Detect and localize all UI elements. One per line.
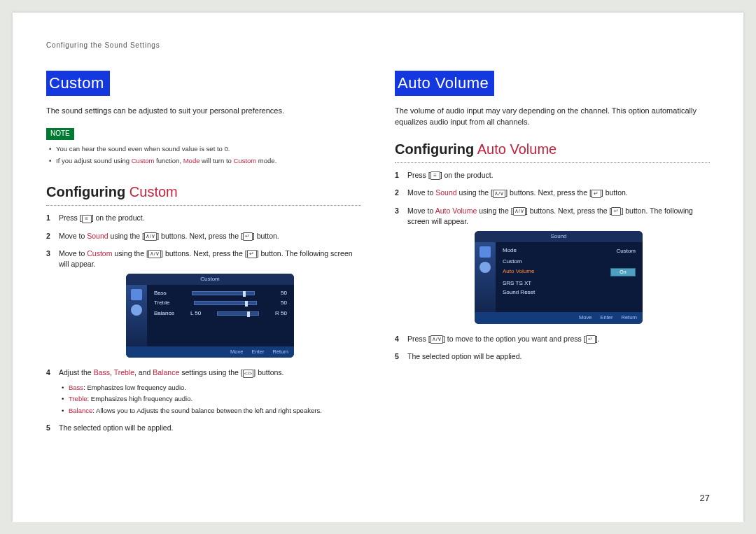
subheading-configuring-custom: Configuring Custom (46, 182, 361, 202)
step: Press [≡] on the product. (395, 170, 710, 181)
bullet-list: Bass: Emphasizes low frequency audio. Tr… (62, 383, 361, 416)
osd-value: 50 (281, 299, 287, 307)
text-highlight: Custom (234, 157, 257, 164)
osd-content: ModeCustom Custom Auto VolumeOn SRS TS X… (496, 242, 643, 312)
osd-label: Sound Reset (503, 288, 636, 297)
menu-icon: ≡ (82, 215, 92, 223)
text-highlight: Treble (114, 368, 134, 377)
step: Move to Custom using the [∧/∨] buttons. … (46, 248, 361, 358)
text-highlight: Custom (132, 157, 155, 164)
osd-label: Mode (503, 246, 517, 255)
updown-icon: ∧/∨ (148, 250, 161, 258)
osd-icon (479, 262, 491, 273)
step: Move to Auto Volume using the [∧/∨] butt… (395, 206, 710, 324)
bullet: Bass: Emphasizes low frequency audio. (62, 383, 361, 393)
updown-icon: ∧/∨ (144, 232, 157, 241)
step: The selected option will be applied. (395, 351, 710, 362)
text-highlight: Treble (69, 395, 88, 402)
osd-label: SRS TS XT (503, 279, 636, 288)
text-highlight: Bass (69, 384, 83, 391)
text: : Emphasizes high frequency audio. (88, 395, 193, 402)
osd-footer-item: Enter (251, 349, 264, 355)
note-item: You can hear the sound even when sound v… (49, 144, 361, 154)
step: The selected option will be applied. (46, 423, 361, 433)
osd-value-selected: On (610, 268, 636, 276)
enter-icon: ↵ (592, 190, 601, 198)
osd-footer-item: Enter (600, 314, 612, 321)
osd-sidebar (126, 285, 147, 346)
osd-label: Balance (154, 309, 174, 318)
osd-footer-item: Return (272, 349, 288, 355)
step: Move to Sound using the [∧/∨] buttons. N… (46, 231, 361, 241)
text: Configuring (46, 184, 125, 199)
text-highlight: Auto Volume (435, 206, 477, 215)
text: ] buttons. (253, 368, 284, 377)
note-item: If you adjust sound using Custom functio… (49, 156, 361, 166)
text: : Allows you to Adjusts the sound balanc… (92, 407, 321, 414)
enter-icon: ↵ (611, 207, 621, 216)
osd-value: L 50 (190, 309, 201, 318)
text: Move to (407, 206, 435, 215)
text: ] on the product. (92, 213, 145, 222)
text: ] buttons. Next, press the [ (161, 249, 247, 258)
osd-title: Custom (126, 274, 294, 285)
text: Press [ (59, 213, 82, 222)
step: Press [≡] on the product. (46, 213, 361, 223)
osd-footer: Move Enter Return (475, 312, 643, 324)
text: ] to move to the option you want and pre… (443, 335, 586, 343)
step: Move to Sound using the [∧/∨] buttons. N… (395, 188, 710, 198)
text-highlight: Sound (87, 232, 108, 240)
divider (395, 162, 710, 163)
osd-value: Custom (616, 247, 636, 255)
text: Press [ (407, 171, 430, 179)
text: ] buttons. Next, press the [ (505, 188, 592, 197)
intro-text: The sound settings can be adjusted to su… (46, 106, 361, 117)
updown-icon: ∧/∨ (430, 335, 443, 344)
updown-icon: ∧/∨ (513, 207, 526, 216)
text: using the [ (457, 188, 493, 197)
osd-footer-item: Return (621, 314, 637, 321)
text: : Emphasizes low frequency audio. (83, 384, 186, 391)
osd-screenshot-custom: Custom Bass50 Treble50 BalanceL 50R 50 (126, 274, 294, 358)
menu-icon: ≡ (430, 171, 440, 180)
step: Press [∧/∨] to move to the option you wa… (395, 334, 710, 344)
osd-icon (479, 246, 491, 258)
osd-value: 50 (281, 289, 287, 297)
text-highlight: Balance (153, 368, 179, 377)
text: Press [ (407, 335, 430, 343)
text: ] button. (253, 232, 279, 240)
osd-footer-item: Move (579, 314, 592, 321)
text-highlight: Bass (94, 368, 110, 377)
osd-label: Bass (154, 289, 167, 297)
osd-footer-item: Move (230, 349, 243, 355)
text: , and (134, 368, 153, 377)
enter-icon: ↵ (243, 232, 253, 241)
osd-screenshot-sound: Sound ModeCustom Custom Auto VolumeOn SR… (475, 231, 643, 323)
text-highlight: Auto Volume (474, 141, 556, 157)
running-head: Configuring the Sound Settings (46, 41, 710, 51)
text: mode. (256, 157, 276, 164)
text: will turn to (200, 157, 233, 164)
enter-icon: ↵ (586, 335, 596, 344)
osd-icon (131, 289, 142, 300)
column-left: Custom The sound settings can be adjuste… (46, 71, 361, 441)
text: using the [ (108, 232, 144, 240)
osd-value: R 50 (275, 309, 287, 318)
enter-icon: ↵ (247, 250, 257, 258)
text: ] button. (601, 188, 628, 197)
divider (46, 205, 361, 206)
leftright-icon: </> (243, 370, 254, 378)
text: using the [ (112, 249, 148, 258)
osd-sidebar (475, 242, 496, 312)
note-label: NOTE (46, 128, 74, 140)
updown-icon: ∧/∨ (493, 190, 505, 198)
text: ] on the product. (440, 171, 493, 179)
intro-text: The volume of audio input may vary depen… (395, 106, 710, 128)
manual-page: Configuring the Sound Settings Custom Th… (13, 13, 743, 522)
osd-footer: Move Enter Return (126, 346, 294, 358)
text: ] buttons. Next, press the [ (526, 206, 612, 215)
osd-label: Treble (154, 299, 169, 307)
bullet: Balance: Allows you to Adjusts the sound… (62, 406, 361, 416)
osd-label-selected: Auto Volume (503, 267, 534, 276)
bullet: Treble: Emphasizes high frequency audio. (62, 394, 361, 404)
